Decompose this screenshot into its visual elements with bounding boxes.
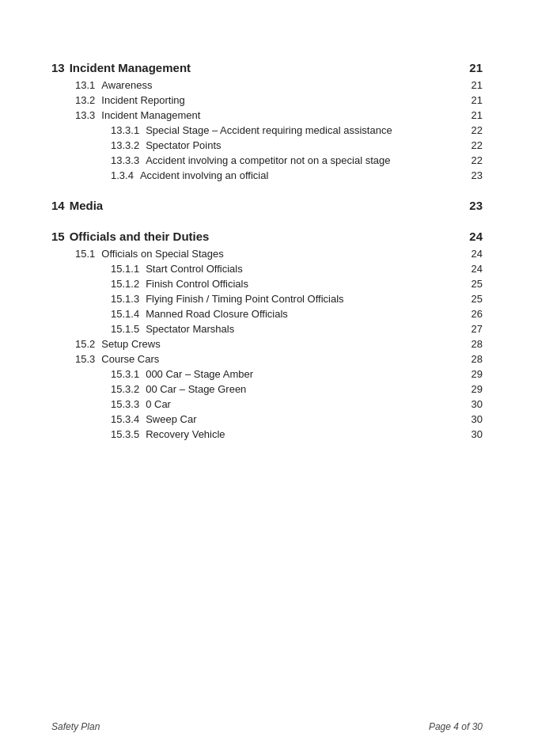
toc-page-number: 29 <box>459 368 483 380</box>
footer-left: Safety Plan <box>51 721 100 732</box>
section-number: 15.1.1 <box>111 263 139 275</box>
toc-entry-level3[interactable]: 15.1.3Flying Finish / Timing Point Contr… <box>51 293 483 305</box>
toc-section-level2: 13.1Awareness21 <box>51 79 483 91</box>
toc-page-number: 26 <box>459 308 483 320</box>
toc-entry-level2[interactable]: 15.1Officials on Special Stages24 <box>51 248 483 260</box>
section-number: 13.3.2 <box>111 139 139 151</box>
toc-entry-text: 14Media <box>51 199 459 212</box>
section-title: Finish Control Officials <box>146 278 248 290</box>
section-title: Officials and their Duties <box>70 230 210 243</box>
toc-entry-level3[interactable]: 1.3.4Accident involving an official23 <box>51 169 483 181</box>
section-number: 15.1.4 <box>111 308 139 320</box>
section-title: 000 Car – Stage Amber <box>146 368 253 380</box>
toc-page-number: 28 <box>459 338 483 350</box>
toc-entry-level2[interactable]: 15.2Setup Crews28 <box>51 338 483 350</box>
section-number: 13.1 <box>75 79 95 91</box>
section-number: 15.1.5 <box>111 323 139 335</box>
toc-section-level2: 15.1Officials on Special Stages2415.1.1S… <box>51 248 483 335</box>
section-title: 00 Car – Stage Green <box>146 383 246 395</box>
toc-entry-text: 15.3.4Sweep Car <box>111 413 459 425</box>
toc-entry-text: 15.2Setup Crews <box>75 338 459 350</box>
toc-entry-text: 15.1.1Start Control Officials <box>111 263 459 275</box>
footer: Safety Plan Page 4 of 30 <box>51 721 483 732</box>
toc-entry-level2[interactable]: 13.1Awareness21 <box>51 79 483 91</box>
section-title: Incident Reporting <box>101 94 185 106</box>
toc-section-level3: 15.3.1000 Car – Stage Amber29 <box>51 368 483 380</box>
toc-section-level3: 15.3.5Recovery Vehicle30 <box>51 428 483 440</box>
toc-page-number: 25 <box>459 278 483 290</box>
toc-page-number: 22 <box>459 139 483 151</box>
toc-page-number: 25 <box>459 293 483 305</box>
toc-top-section: 14Media23 <box>51 199 483 212</box>
toc-entry-level1[interactable]: 15Officials and their Duties24 <box>51 230 483 243</box>
toc-page-number: 29 <box>459 383 483 395</box>
section-number: 13.3 <box>75 109 95 121</box>
section-title: Flying Finish / Timing Point Control Off… <box>146 293 343 305</box>
section-title: Incident Management <box>101 109 200 121</box>
toc-container: 13Incident Management2113.1Awareness2113… <box>51 61 483 440</box>
toc-entry-level3[interactable]: 15.1.4Manned Road Closure Officials26 <box>51 308 483 320</box>
toc-entry-level2[interactable]: 15.3Course Cars28 <box>51 353 483 365</box>
toc-entry-text: 13Incident Management <box>51 61 459 74</box>
section-title: Start Control Officials <box>146 263 243 275</box>
section-number: 13.3.3 <box>111 154 139 166</box>
toc-entry-level1[interactable]: 13Incident Management21 <box>51 61 483 74</box>
toc-entry-level3[interactable]: 15.1.2Finish Control Officials25 <box>51 278 483 290</box>
section-number: 15.3 <box>75 353 95 365</box>
toc-entry-text: 15.3Course Cars <box>75 353 459 365</box>
toc-entry-level1[interactable]: 14Media23 <box>51 199 483 212</box>
toc-entry-level3[interactable]: 13.3.1Special Stage – Accident requiring… <box>51 124 483 136</box>
toc-entry-level3[interactable]: 13.3.2Spectator Points22 <box>51 139 483 151</box>
section-number: 15.2 <box>75 338 95 350</box>
toc-page-number: 27 <box>459 323 483 335</box>
toc-entry-text: 15Officials and their Duties <box>51 230 459 243</box>
toc-entry-text: 15.3.30 Car <box>111 398 459 410</box>
toc-section-level3: 13.3.3Accident involving a competitor no… <box>51 154 483 166</box>
section-number: 15.3.1 <box>111 368 139 380</box>
toc-page-number: 21 <box>459 109 483 121</box>
toc-section-level3: 13.3.1Special Stage – Accident requiring… <box>51 124 483 136</box>
toc-entry-level3[interactable]: 15.1.1Start Control Officials24 <box>51 263 483 275</box>
section-number: 13.2 <box>75 94 95 106</box>
toc-section-level2: 13.3Incident Management2113.3.1Special S… <box>51 109 483 181</box>
page: 13Incident Management2113.1Awareness2113… <box>0 0 534 756</box>
toc-entry-level3[interactable]: 15.3.4Sweep Car30 <box>51 413 483 425</box>
toc-entry-level3[interactable]: 15.3.200 Car – Stage Green29 <box>51 383 483 395</box>
toc-entry-level3[interactable]: 15.3.1000 Car – Stage Amber29 <box>51 368 483 380</box>
toc-page-number: 30 <box>459 428 483 440</box>
toc-entry-text: 15.1.5Spectator Marshals <box>111 323 459 335</box>
toc-page-number: 24 <box>459 248 483 260</box>
toc-section-level3: 15.3.4Sweep Car30 <box>51 413 483 425</box>
toc-section-level3: 15.1.1Start Control Officials24 <box>51 263 483 275</box>
toc-page-number: 23 <box>459 199 483 212</box>
section-number: 14 <box>51 199 65 212</box>
section-number: 15.3.2 <box>111 383 139 395</box>
toc-entry-text: 13.3.1Special Stage – Accident requiring… <box>111 124 459 136</box>
toc-entry-level3[interactable]: 13.3.3Accident involving a competitor no… <box>51 154 483 166</box>
toc-entry-text: 15.3.5Recovery Vehicle <box>111 428 459 440</box>
toc-entry-text: 15.3.200 Car – Stage Green <box>111 383 459 395</box>
toc-section-level3: 15.3.30 Car30 <box>51 398 483 410</box>
section-title: Accident involving a competitor not on a… <box>146 154 390 166</box>
section-title: 0 Car <box>146 398 171 410</box>
toc-entry-level3[interactable]: 15.3.30 Car30 <box>51 398 483 410</box>
section-number: 13.3.1 <box>111 124 139 136</box>
section-title: Special Stage – Accident requiring medic… <box>146 124 392 136</box>
toc-entry-level2[interactable]: 13.2Incident Reporting21 <box>51 94 483 106</box>
toc-section-level3: 15.1.4Manned Road Closure Officials26 <box>51 308 483 320</box>
toc-entry-text: 1.3.4Accident involving an official <box>111 169 459 181</box>
section-number: 1.3.4 <box>111 169 134 181</box>
section-title: Spectator Points <box>146 139 221 151</box>
toc-page-number: 30 <box>459 398 483 410</box>
toc-top-section: 13Incident Management2113.1Awareness2113… <box>51 61 483 181</box>
toc-section-level3: 1.3.4Accident involving an official23 <box>51 169 483 181</box>
toc-entry-level3[interactable]: 15.3.5Recovery Vehicle30 <box>51 428 483 440</box>
toc-section-level3: 15.1.5Spectator Marshals27 <box>51 323 483 335</box>
toc-entry-level2[interactable]: 13.3Incident Management21 <box>51 109 483 121</box>
toc-page-number: 22 <box>459 124 483 136</box>
toc-page-number: 21 <box>459 79 483 91</box>
toc-entry-text: 13.1Awareness <box>75 79 459 91</box>
section-number: 15.1.3 <box>111 293 139 305</box>
section-number: 15.3.3 <box>111 398 139 410</box>
toc-entry-level3[interactable]: 15.1.5Spectator Marshals27 <box>51 323 483 335</box>
